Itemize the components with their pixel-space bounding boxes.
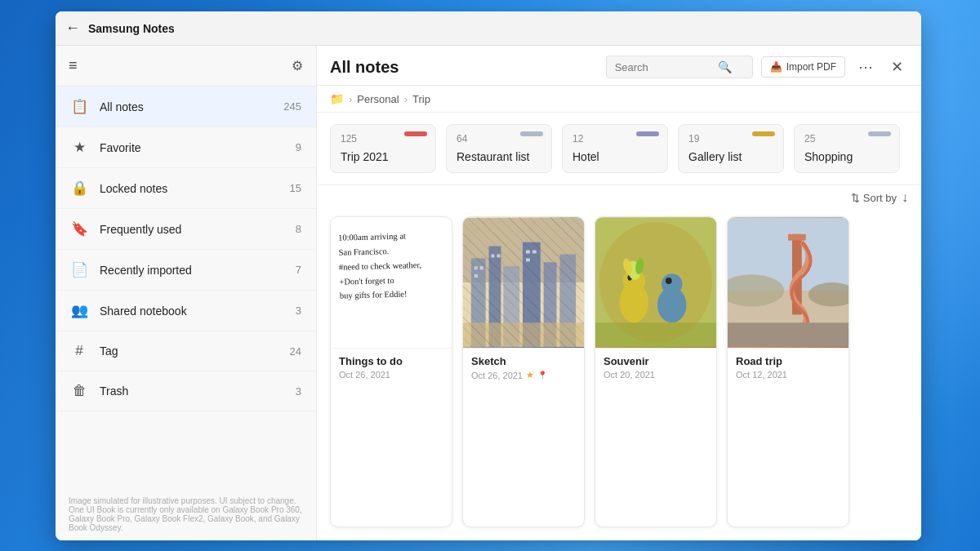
sidebar-locked-notes-icon: 🔒: [70, 180, 88, 197]
search-box[interactable]: 🔍: [606, 56, 753, 78]
svg-rect-1: [463, 218, 584, 282]
sidebar-item-trash[interactable]: 🗑 Trash 3: [56, 371, 316, 411]
svg-rect-35: [788, 234, 806, 241]
sort-button[interactable]: ⇅ Sort by: [851, 192, 897, 204]
souvenir-svg: [595, 217, 716, 348]
note-info-road-trip: Road trip Oct 12, 2021: [728, 348, 849, 386]
folder-tag-shopping: [868, 131, 891, 136]
note-handwritten-things-to-do: 10:00am arriving atSan Francisco.#need t…: [331, 217, 452, 348]
svg-point-27: [666, 278, 672, 284]
back-button[interactable]: ←: [65, 20, 80, 37]
more-options-button[interactable]: ⋯: [853, 56, 878, 78]
sort-direction-icon[interactable]: ↓: [902, 190, 908, 205]
close-button[interactable]: ✕: [886, 56, 908, 78]
breadcrumb-sep-2: ›: [404, 93, 408, 105]
notes-panel-title: All notes: [330, 58, 598, 77]
svg-rect-4: [503, 266, 519, 347]
breadcrumb-folder-icon: 📁: [330, 92, 344, 105]
note-card-sketch[interactable]: Sketch Oct 26, 2021 ★ 📍: [462, 216, 585, 527]
breadcrumb-trip[interactable]: Trip: [412, 93, 430, 105]
note-title-road-trip: Road trip: [736, 355, 840, 367]
hamburger-icon[interactable]: ≡: [69, 57, 78, 74]
sidebar-shared-notebook-count: 3: [296, 304, 301, 317]
svg-rect-9: [480, 266, 483, 269]
svg-line-17: [463, 218, 584, 347]
svg-rect-13: [526, 251, 530, 254]
folder-name-restaurant-list: Restaurant list: [457, 149, 541, 164]
sidebar-locked-notes-count: 15: [290, 182, 301, 194]
svg-rect-0: [463, 218, 584, 347]
import-pdf-label: Import PDF: [786, 61, 836, 73]
sidebar-item-all-notes[interactable]: 📋 All notes 245: [56, 87, 316, 127]
sidebar-recently-imported-count: 7: [296, 264, 301, 276]
import-pdf-button[interactable]: 📥 Import PDF: [761, 56, 845, 78]
sidebar-trash-count: 3: [296, 385, 301, 398]
folders-section: 125 Trip 2021 64 Restaurant list 12 Hote…: [317, 113, 921, 185]
note-title-things-to-do: Things to do: [339, 355, 443, 367]
notes-grid: 10:00am arriving atSan Francisco.#need t…: [317, 210, 921, 540]
folder-card-restaurant-list[interactable]: 64 Restaurant list: [446, 124, 552, 173]
note-card-souvenir[interactable]: Souvenir Oct 20, 2021: [595, 216, 717, 527]
folder-name-gallery-list: Gallery list: [688, 149, 773, 164]
sidebar-frequently-used-icon: 🔖: [70, 220, 88, 238]
breadcrumb-personal[interactable]: Personal: [357, 93, 399, 105]
folder-card-hotel[interactable]: 12 Hotel: [562, 124, 668, 173]
note-date-road-trip: Oct 12, 2021: [736, 370, 840, 380]
svg-rect-3: [489, 247, 501, 347]
note-image-souvenir: [595, 217, 716, 348]
search-input[interactable]: [615, 61, 713, 73]
sidebar-trash-label: Trash: [100, 384, 296, 398]
sidebar-items-list: 📋 All notes 245 ★ Favorite 9 🔒 Locked no…: [56, 87, 316, 411]
sort-icon: ⇅: [851, 192, 860, 204]
folder-card-trip-2021[interactable]: 125 Trip 2021: [330, 124, 436, 173]
note-card-things-to-do[interactable]: 10:00am arriving atSan Francisco.#need t…: [330, 216, 452, 527]
note-card-road-trip[interactable]: Road trip Oct 12, 2021: [727, 216, 849, 527]
sidebar-recently-imported-label: Recently imported: [100, 264, 296, 277]
note-date-things-to-do: Oct 26, 2021: [339, 370, 443, 380]
sidebar-favorite-count: 9: [296, 141, 301, 153]
settings-icon[interactable]: ⚙: [292, 58, 303, 73]
search-icon[interactable]: 🔍: [718, 60, 732, 73]
note-image-sketch: [463, 217, 584, 348]
sidebar-tag-label: Tag: [100, 344, 290, 358]
svg-rect-6: [544, 263, 557, 348]
svg-rect-15: [526, 259, 530, 262]
svg-rect-8: [474, 266, 478, 269]
sidebar-item-favorite[interactable]: ★ Favorite 9: [56, 127, 316, 168]
sidebar-frequently-used-count: 8: [296, 223, 301, 235]
sort-label: Sort by: [863, 192, 897, 204]
title-bar: ← Samsung Notes: [56, 11, 921, 46]
svg-rect-11: [492, 255, 495, 258]
sketch-svg: [463, 217, 584, 348]
folder-card-gallery-list[interactable]: 19 Gallery list: [678, 124, 784, 173]
sidebar-item-recently-imported[interactable]: 📄 Recently imported 7: [56, 250, 316, 291]
folder-tag-restaurant-list: [520, 131, 543, 136]
folder-tag-hotel: [636, 131, 659, 136]
roadtrip-svg: [728, 217, 849, 348]
sidebar-trash-icon: 🗑: [70, 383, 88, 399]
note-title-sketch: Sketch: [471, 355, 576, 367]
sidebar-item-frequently-used[interactable]: 🔖 Frequently used 8: [56, 209, 316, 250]
svg-rect-7: [559, 255, 576, 347]
folder-card-shopping[interactable]: 25 Shopping: [794, 124, 900, 173]
breadcrumb-sep-1: ›: [349, 93, 352, 105]
sidebar-header: ≡ ⚙: [56, 46, 316, 87]
folder-name-shopping: Shopping: [804, 149, 889, 164]
sidebar-item-locked-notes[interactable]: 🔒 Locked notes 15: [56, 168, 316, 209]
note-info-things-to-do: Things to do Oct 26, 2021: [331, 348, 452, 386]
folder-name-hotel: Hotel: [572, 149, 657, 164]
sidebar-footer: Image simulated for illustrative purpose…: [56, 488, 316, 540]
svg-rect-2: [471, 259, 486, 348]
import-pdf-icon: 📥: [770, 61, 782, 73]
sidebar-item-tag[interactable]: # Tag 24: [56, 331, 316, 371]
notes-header: All notes 🔍 📥 Import PDF ⋯ ✕: [317, 46, 921, 86]
sidebar-item-shared-notebook[interactable]: 👥 Shared notebook 3: [56, 291, 316, 331]
note-date-souvenir: Oct 20, 2021: [604, 370, 708, 380]
folder-name-trip-2021: Trip 2021: [341, 149, 425, 164]
sidebar-shared-notebook-label: Shared notebook: [100, 304, 296, 318]
svg-rect-31: [595, 323, 716, 348]
app-title: Samsung Notes: [88, 22, 175, 35]
svg-point-26: [662, 273, 683, 295]
note-info-sketch: Sketch Oct 26, 2021 ★ 📍: [463, 348, 584, 387]
sidebar-all-notes-label: All notes: [100, 100, 283, 113]
